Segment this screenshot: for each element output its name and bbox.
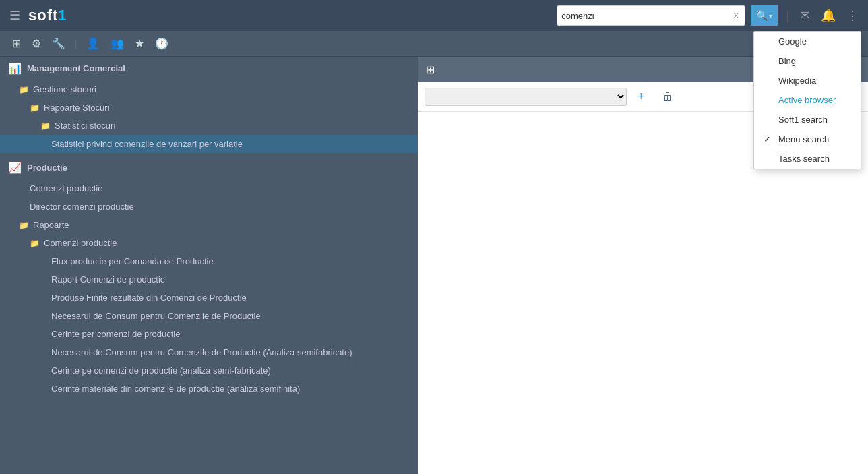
sidebar-item-statistici-comenzi[interactable]: Statistici privind comenzile de vanzari … — [0, 135, 418, 153]
item-label: Gestiune stocuri — [33, 84, 96, 94]
hamburger-icon[interactable]: ☰ — [7, 5, 23, 26]
sidebar: 📊 Management Comercial 📁 Gestiune stocur… — [0, 57, 418, 474]
dropdown-item-bing[interactable]: Bing — [754, 51, 861, 71]
sidebar-item-comenzi-productie-folder[interactable]: 📁 Comenzi productie — [0, 234, 418, 252]
item-label: Raport Comenzi de productie — [51, 274, 165, 285]
folder-icon: 📁 — [30, 103, 40, 113]
folder-icon: 📁 — [19, 85, 29, 94]
sidebar-section-productie[interactable]: 📈 Productie — [0, 156, 418, 179]
sidebar-item-necesarul-analiza[interactable]: Necesarul de Consum pentru Comenzile de … — [0, 343, 418, 361]
item-label: Statistici stocuri — [55, 121, 115, 131]
search-input[interactable] — [561, 11, 731, 21]
delete-button[interactable]: 🗑 — [656, 88, 680, 107]
sidebar-item-gestiune-stocuri[interactable]: 📁 Gestiune stocuri — [0, 80, 418, 98]
sidebar-item-produse-finite[interactable]: Produse Finite rezultate din Comenzi de … — [0, 289, 418, 307]
dashboard-icon[interactable]: ⊞ — [8, 34, 25, 53]
sep1: | — [75, 38, 77, 49]
secondbar: ⊞ ⚙ 🔧 | 👤 👥 ★ 🕐 — [0, 31, 868, 57]
item-label: Cerinte materiale din comenzile de produ… — [51, 384, 300, 394]
soft1-search-label: Soft1 search — [778, 115, 828, 125]
user-icon[interactable]: 👤 — [82, 34, 104, 53]
item-label: Produse Finite rezultate din Comenzi de … — [51, 293, 247, 303]
tasks-search-label: Tasks search — [778, 154, 830, 164]
dropdown-item-wikipedia[interactable]: Wikipedia — [754, 71, 861, 90]
sidebar-item-flux-productie[interactable]: Flux productie per Comanda de Productie — [0, 252, 418, 270]
sidebar-item-cerinte-materiale[interactable]: Cerinte materiale din comenzile de produ… — [0, 380, 418, 398]
item-label: Cerinte pe comenzi de productie (analiza… — [51, 365, 271, 376]
sidebar-item-rapoarte[interactable]: 📁 Rapoarte — [0, 216, 418, 234]
toolbar-select[interactable] — [425, 88, 627, 106]
clock-icon[interactable]: 🕐 — [151, 34, 173, 53]
bell-icon[interactable]: 🔔 — [818, 5, 838, 26]
dropdown-item-soft1-search[interactable]: Soft1 search — [754, 110, 861, 129]
bing-label: Bing — [778, 56, 796, 66]
item-label: Rapoarte Stocuri — [44, 102, 110, 113]
separator: | — [786, 9, 789, 23]
item-label: Flux productie per Comanda de Productie — [51, 256, 214, 266]
dropdown-item-active-browser[interactable]: Active browser — [754, 90, 861, 110]
sidebar-item-comenzi-productie[interactable]: Comenzi productie — [0, 179, 418, 198]
search-icon: 🔍 — [756, 10, 768, 21]
favorites-icon[interactable]: ★ — [131, 34, 148, 53]
google-label: Google — [778, 36, 807, 47]
search-dropdown: Google Bing Wikipedia Active browser Sof… — [753, 31, 861, 169]
folder-icon: 📁 — [19, 220, 29, 230]
search-clear-icon[interactable]: × — [731, 10, 741, 21]
sidebar-section-management[interactable]: 📊 Management Comercial — [0, 57, 418, 80]
management-icon: 📊 — [8, 62, 22, 75]
sidebar-item-director-comenzi[interactable]: Director comenzi productie — [0, 198, 418, 216]
grid-icon[interactable]: ⊞ — [423, 61, 437, 79]
search-chevron-icon[interactable]: ▾ — [769, 12, 772, 20]
item-label: Comenzi productie — [44, 238, 117, 248]
item-label: Director comenzi productie — [30, 202, 134, 212]
mail-icon[interactable]: ✉ — [797, 5, 813, 26]
sidebar-item-statistici-stocuri[interactable]: 📁 Statistici stocuri — [0, 117, 418, 135]
dropdown-item-tasks-search[interactable]: Tasks search — [754, 149, 861, 169]
sidebar-item-cerinte-per[interactable]: Cerinte per comenzi de productie — [0, 325, 418, 343]
item-label: Necesarul de Consum pentru Comenzile de … — [51, 347, 352, 357]
sidebar-item-necesarul-consum[interactable]: Necesarul de Consum pentru Comenzile de … — [0, 307, 418, 325]
productie-icon: 📈 — [8, 161, 22, 174]
item-label: Statistici privind comenzile de vanzari … — [51, 139, 243, 149]
dropdown-item-google[interactable]: Google — [754, 32, 861, 51]
users-icon[interactable]: 👥 — [106, 34, 128, 53]
sidebar-item-raport-comenzi[interactable]: Raport Comenzi de productie — [0, 270, 418, 289]
item-label: Necesarul de Consum pentru Comenzile de … — [51, 311, 261, 321]
add-button[interactable]: + — [631, 86, 652, 107]
menu-search-label: Menu search — [778, 134, 829, 144]
folder-icon: 📁 — [30, 239, 40, 248]
management-label: Management Comercial — [27, 63, 125, 73]
wikipedia-label: Wikipedia — [778, 76, 816, 86]
item-label: Rapoarte — [33, 220, 69, 230]
app-logo: soft1 — [28, 7, 67, 24]
item-label: Comenzi productie — [30, 183, 102, 194]
productie-label: Productie — [27, 162, 67, 173]
active-browser-label: Active browser — [778, 95, 836, 105]
dropdown-item-menu-search[interactable]: Menu search — [754, 129, 861, 149]
tools-icon[interactable]: 🔧 — [48, 34, 69, 53]
search-container: × — [557, 5, 745, 26]
topbar: ☰ soft1 × 🔍 ▾ | ✉ 🔔 ⋮ — [0, 0, 868, 31]
sidebar-item-cerinte-pe[interactable]: Cerinte pe comenzi de productie (analiza… — [0, 361, 418, 380]
more-icon[interactable]: ⋮ — [844, 5, 861, 26]
folder-icon: 📁 — [40, 121, 51, 131]
sidebar-item-rapoarte-stocuri[interactable]: 📁 Rapoarte Stocuri — [0, 98, 418, 117]
main-layout: 📊 Management Comercial 📁 Gestiune stocur… — [0, 57, 868, 474]
search-button[interactable]: 🔍 ▾ — [751, 5, 778, 26]
settings-icon[interactable]: ⚙ — [28, 34, 45, 53]
item-label: Cerinte per comenzi de productie — [51, 329, 181, 339]
